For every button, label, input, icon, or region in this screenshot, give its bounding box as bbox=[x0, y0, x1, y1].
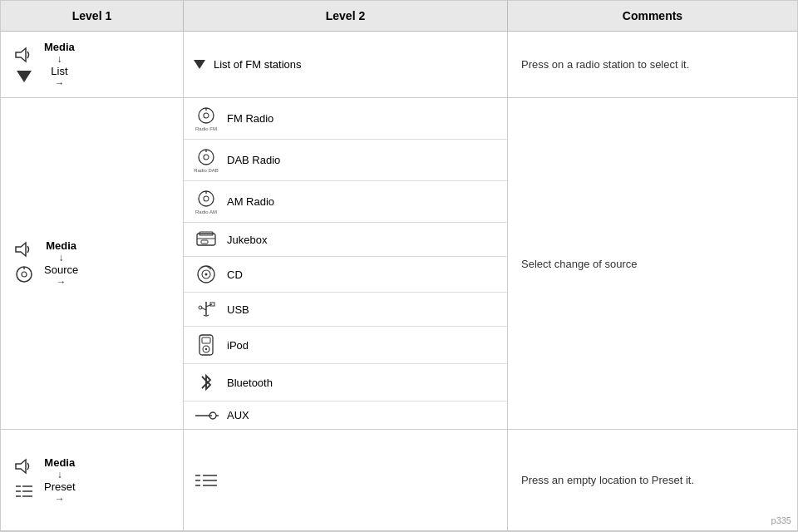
am-radio-label: AM Radio bbox=[227, 195, 274, 208]
antenna-icon bbox=[15, 265, 33, 286]
level1-list-label: List bbox=[51, 65, 67, 77]
level1-media-label: Media bbox=[44, 41, 75, 53]
radio-dab-icon: Radio DAB bbox=[194, 147, 219, 173]
level1-media-source: Media ↓ Source → bbox=[1, 98, 184, 429]
svg-point-20 bbox=[205, 273, 208, 276]
usb-label: USB bbox=[227, 303, 249, 316]
content-area: Media ↓ List → List of FM stations Press… bbox=[1, 32, 797, 531]
bluetooth-label: Bluetooth bbox=[227, 377, 273, 389]
level2-media-list: List of FM stations bbox=[184, 32, 508, 97]
aux-icon bbox=[194, 410, 219, 421]
header-level2: Level 2 bbox=[184, 1, 508, 31]
svg-rect-27 bbox=[200, 335, 213, 355]
fm-radio-label: FM Radio bbox=[227, 112, 273, 125]
triangle-down-icon bbox=[17, 71, 32, 82]
row-media-list: Media ↓ List → List of FM stations Press… bbox=[1, 32, 797, 98]
speaker-icon bbox=[14, 47, 34, 67]
level2-item-aux: AUX bbox=[184, 401, 507, 429]
level1-preset-label: Preset bbox=[44, 480, 76, 493]
level1-text-preset: Media ↓ Preset → bbox=[44, 456, 76, 505]
dab-radio-label: DAB Radio bbox=[227, 154, 280, 166]
jukebox-label: Jukebox bbox=[227, 234, 267, 246]
level1-media-preset-label: Media bbox=[44, 456, 75, 469]
svg-marker-0 bbox=[16, 48, 26, 62]
level2-media-preset bbox=[184, 430, 508, 530]
level2-item-bluetooth: Bluetooth bbox=[184, 364, 507, 401]
level2-item-usb: USB bbox=[184, 293, 507, 327]
level1-icons-source bbox=[11, 241, 37, 286]
cd-icon bbox=[194, 264, 219, 284]
cd-label: CD bbox=[227, 268, 243, 281]
header-row: Level 1 Level 2 Comments bbox=[1, 1, 797, 32]
triangle-down-small-icon bbox=[194, 60, 205, 69]
svg-rect-17 bbox=[201, 240, 208, 244]
svg-point-12 bbox=[204, 196, 209, 201]
row-media-source: Media ↓ Source → Radio FM bbox=[1, 98, 797, 430]
preset-icon bbox=[14, 483, 34, 502]
speaker-icon-2 bbox=[14, 241, 34, 260]
header-comments: Comments bbox=[508, 1, 797, 31]
preset-grid-icon bbox=[194, 471, 219, 490]
svg-point-3 bbox=[22, 272, 27, 277]
level1-text-source: Media ↓ Source → bbox=[44, 239, 78, 288]
level2-item-cd: CD bbox=[184, 257, 507, 293]
bluetooth-icon bbox=[194, 372, 219, 393]
level2-item-dab-radio: Radio DAB DAB Radio bbox=[184, 140, 507, 181]
svg-marker-1 bbox=[16, 243, 26, 256]
level2-item-fm-radio: Radio FM FM Radio bbox=[184, 98, 507, 140]
aux-label: AUX bbox=[227, 409, 249, 421]
level2-item-preset bbox=[184, 430, 507, 530]
svg-marker-34 bbox=[16, 460, 26, 473]
level2-item-am-radio: Radio AM AM Radio bbox=[184, 181, 507, 223]
level1-media-preset: Media ↓ Preset → bbox=[1, 430, 184, 530]
level2-item-ipod: iPod bbox=[184, 327, 507, 364]
watermark: p335 bbox=[771, 515, 791, 525]
page-container: Level 1 Level 2 Comments bbox=[0, 0, 798, 532]
radio-fm-icon: Radio FM bbox=[194, 106, 219, 131]
radio-am-icon: Radio AM bbox=[194, 189, 219, 214]
svg-rect-28 bbox=[202, 337, 210, 343]
jukebox-icon bbox=[194, 230, 219, 249]
ipod-icon bbox=[194, 334, 219, 356]
level1-icons-preset bbox=[11, 458, 37, 502]
comments-media-list: Press on a radio station to select it. bbox=[508, 32, 797, 97]
level2-item-jukebox: Jukebox bbox=[184, 223, 507, 257]
svg-point-6 bbox=[204, 113, 209, 118]
level1-media-list: Media ↓ List → bbox=[1, 32, 184, 97]
level1-text-list: Media ↓ List → bbox=[44, 41, 75, 89]
speaker-icon-3 bbox=[14, 458, 34, 477]
level1-icons-list bbox=[11, 47, 37, 82]
svg-point-30 bbox=[205, 348, 207, 350]
level1-source-label: Source bbox=[44, 264, 78, 276]
ipod-label: iPod bbox=[227, 339, 249, 352]
level1-media-source-label: Media bbox=[46, 239, 76, 252]
header-level1: Level 1 bbox=[1, 1, 184, 31]
level2-fm-list-label: List of FM stations bbox=[214, 58, 301, 71]
svg-point-9 bbox=[204, 155, 209, 160]
comments-media-preset: Press an empty location to Preset it. bbox=[508, 430, 797, 530]
comments-media-source: Select change of source bbox=[508, 98, 797, 429]
level2-media-source: Radio FM FM Radio Radio DAB DAB Radio bbox=[184, 98, 508, 429]
usb-icon bbox=[194, 300, 219, 318]
row-media-preset: Media ↓ Preset → bbox=[1, 430, 797, 531]
level2-item-fm-list: List of FM stations bbox=[184, 32, 507, 97]
